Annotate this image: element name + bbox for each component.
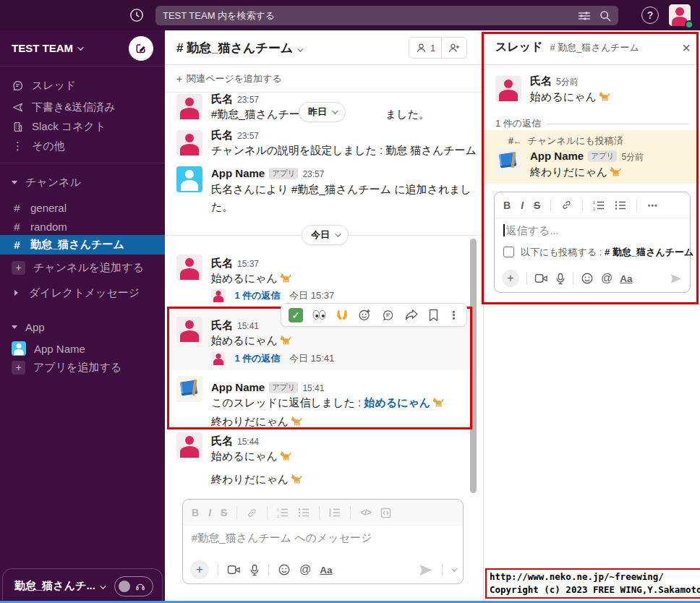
apps-section-header[interactable]: App [0,317,165,337]
message-author[interactable]: 氏名 [211,435,233,447]
sidebar-channel-random[interactable]: # random [0,216,165,236]
ordered-list-button[interactable]: 12 [277,508,289,518]
link-button[interactable] [561,200,572,210]
message-time[interactable]: 23:57 [302,169,324,179]
thread-composer[interactable]: B I S 12 ⋯ 返信する... 以下にも投稿する : # 勤怠_猫さんチー… [494,192,691,293]
emoji-button[interactable] [581,272,594,285]
thread-reply-bar[interactable]: 1 件の返信 今日 15:37 [211,288,334,303]
channels-section-header[interactable]: チャンネル [0,172,165,192]
mention-button[interactable]: @ [299,563,311,576]
search-input[interactable]: TEST TEAM 内を検索する [155,6,618,25]
close-icon[interactable]: × [682,40,691,55]
send-button[interactable] [419,564,433,576]
message-author[interactable]: 氏名 [211,257,233,269]
related-pages-tab[interactable]: + 関連ページを追加する [165,65,483,93]
sidebar-item-drafts[interactable]: 下書き&送信済み [0,97,165,117]
strikethrough-button[interactable]: S [221,507,227,518]
bold-button[interactable]: B [192,507,199,518]
bullet-list-button[interactable] [298,508,310,518]
message-avatar[interactable] [176,317,202,343]
message-author[interactable]: 氏名 [211,129,233,141]
message-author[interactable]: 氏名 [211,93,233,105]
message-avatar[interactable] [176,255,202,281]
thread-reply-bar[interactable]: 1 件の返信 今日 15:41 [211,351,334,366]
reply-in-thread-button[interactable] [381,309,395,322]
new-message-button[interactable] [129,36,153,61]
reply-count-link[interactable]: 1 件の返信 [234,353,280,364]
format-toggle-button[interactable]: Aa [620,273,632,284]
message-composer[interactable]: B I S 12 </> #勤怠_猫さんチーム へのメッセージ + @ Aa [182,499,464,584]
code-block-button[interactable] [380,508,391,518]
inline-code-button[interactable]: </> [360,508,370,518]
attach-plus-button[interactable]: + [190,560,209,579]
message-time[interactable]: 23:57 [237,131,259,141]
send-button[interactable] [670,273,683,284]
message-time[interactable]: 23:57 [237,95,259,105]
sidebar-item-more[interactable]: ⋮ その他 [0,136,165,156]
scrollbar-thumb[interactable] [470,239,477,493]
mic-button[interactable] [249,564,260,576]
message-author[interactable]: App Name [211,167,265,179]
sidebar-item-slack-connect[interactable]: Slack コネクト [0,116,165,137]
search-icon[interactable] [599,10,611,22]
thread-input[interactable]: 返信する... [495,218,690,238]
checkbox[interactable] [503,247,514,257]
emoji-button[interactable] [278,563,291,576]
eyes-reaction-button[interactable] [312,309,326,320]
sidebar-channel-general[interactable]: # general [0,197,165,218]
message-author[interactable]: 氏名 [211,319,233,331]
link-button[interactable] [247,508,257,518]
app-message-avatar[interactable] [176,166,202,192]
add-channel-button[interactable]: + チャンネルを追加する [0,257,165,278]
message-avatar[interactable] [176,94,202,120]
message-time[interactable]: 15:44 [237,437,259,447]
sidebar-channel-kintai-selected[interactable]: # 勤怠_猫さんチーム [0,235,165,255]
attach-plus-button[interactable]: + [502,270,519,287]
thread-root-avatar[interactable] [495,76,521,102]
message-time[interactable]: 15:37 [237,259,259,269]
huddle-toggle[interactable] [114,576,153,596]
italic-button[interactable]: I [521,200,524,211]
raised-hands-reaction-button[interactable] [336,309,349,321]
sidebar-item-threads[interactable]: スレッド [0,75,165,95]
date-pill-yesterday[interactable]: 昨日 [299,102,346,122]
more-actions-button[interactable]: ⋮ [448,309,459,322]
sidebar-app-name[interactable]: App Name [0,338,165,359]
check-mark-reaction-button[interactable]: ✓ [289,308,303,322]
reply-count-link[interactable]: 1 件の返信 [234,290,280,301]
add-reaction-button[interactable] [358,308,372,322]
message-author[interactable]: App Name [211,381,265,393]
share-message-button[interactable] [404,309,419,321]
strikethrough-button[interactable]: S [534,200,540,211]
help-icon[interactable]: ? [641,7,659,24]
mic-button[interactable] [555,273,565,285]
message-time[interactable]: 15:41 [302,383,324,393]
bullet-list-button[interactable] [615,200,626,210]
message-author[interactable]: App Name [530,150,584,162]
member-count-button[interactable]: 1 [409,38,441,58]
message-avatar[interactable] [176,432,202,458]
add-app-button[interactable]: + アプリを追加する [0,357,165,377]
save-bookmark-button[interactable] [428,309,439,322]
video-button[interactable] [227,564,241,576]
italic-button[interactable]: I [208,507,211,518]
send-options-chevron[interactable] [451,565,457,571]
blockquote-button[interactable] [329,508,341,518]
message-avatar[interactable] [176,130,202,156]
add-member-button[interactable] [441,38,466,58]
thread-message-link[interactable]: 始めるにゃん [364,396,444,409]
history-clock-icon[interactable] [129,7,145,23]
message-author[interactable]: 氏名 [530,74,552,87]
message-time[interactable]: 5分前 [556,77,579,87]
video-button[interactable] [534,273,548,284]
message-time[interactable]: 15:41 [237,321,259,331]
filter-sliders-icon[interactable] [578,10,591,22]
ordered-list-button[interactable]: 12 [593,200,605,210]
message-time[interactable]: 5分前 [621,152,644,162]
more-formatting-button[interactable]: ⋯ [647,200,658,211]
mention-button[interactable]: @ [601,272,612,285]
channel-title[interactable]: # 勤怠_猫さんチーム [176,40,302,56]
date-pill-today[interactable]: 今日 [302,225,349,245]
user-avatar[interactable] [669,4,691,26]
app-message-avatar[interactable] [495,148,521,174]
